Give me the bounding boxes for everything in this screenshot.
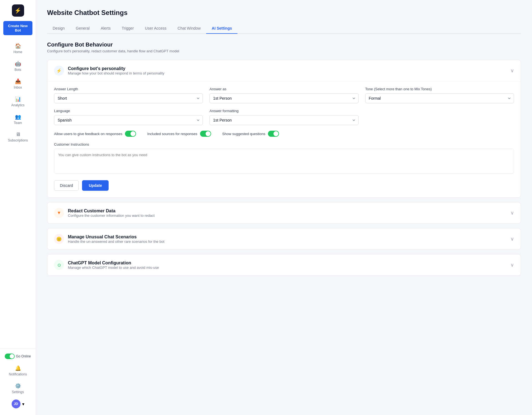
create-new-bot-button[interactable]: Create New Bot bbox=[3, 21, 32, 35]
tab-chat-window[interactable]: Chat Window bbox=[172, 23, 206, 34]
answer-as-group: Answer as 1st Person 3rd Person bbox=[209, 87, 358, 103]
analytics-icon: 📊 bbox=[15, 96, 21, 102]
sidebar-item-subscriptions[interactable]: 🖥 Subscriptions bbox=[0, 128, 36, 146]
logo-text: ⚡ bbox=[14, 7, 21, 14]
tone-select[interactable]: Formal Casual Friendly Professional bbox=[365, 93, 514, 103]
sidebar-item-notifications[interactable]: 🔔 Notifications bbox=[0, 362, 36, 380]
chatgpt-card-header-left: ⊙ ChatGPT Model Configuration Manage whi… bbox=[54, 260, 159, 270]
tab-trigger[interactable]: Trigger bbox=[116, 23, 139, 34]
suggested-toggle-item: Show suggested questions bbox=[222, 131, 279, 137]
go-online-item[interactable]: Go Online bbox=[0, 351, 36, 362]
sidebar-item-label: Subscriptions bbox=[8, 138, 28, 142]
sidebar: ⚡ Create New Bot 🏠 Home 🤖 Bots 📥 Inbox 📊… bbox=[0, 0, 36, 415]
tab-bar: Design General Alerts Trigger User Acces… bbox=[47, 23, 521, 34]
sidebar-item-label: Inbox bbox=[14, 86, 22, 89]
discard-button[interactable]: Discard bbox=[54, 180, 79, 191]
settings-icon: ⚙️ bbox=[15, 383, 21, 389]
inbox-icon: 📥 bbox=[15, 78, 21, 84]
sources-toggle-item: Included sources for responses bbox=[147, 131, 211, 137]
unusual-card-desc: Handle the un-answered and other rare sc… bbox=[68, 239, 164, 244]
tab-user-access[interactable]: User Access bbox=[139, 23, 172, 34]
instructions-label: Customer Instructions bbox=[54, 142, 514, 146]
personality-card-header[interactable]: ⚡ Configure bot's personality Manage how… bbox=[47, 60, 521, 81]
language-group: Language Spanish English French German bbox=[54, 109, 203, 125]
unusual-card-title: Manage Unusual Chat Scenarios bbox=[68, 234, 164, 239]
tab-ai-settings[interactable]: AI Settings bbox=[206, 23, 237, 34]
avatar: JD bbox=[12, 399, 21, 408]
answer-formatting-select[interactable]: 1st Person 3rd Person bbox=[209, 115, 358, 125]
answer-length-select[interactable]: Short Medium Long bbox=[54, 93, 203, 103]
avatar-dropdown-icon: ▾ bbox=[22, 401, 24, 407]
sidebar-item-label: Team bbox=[14, 121, 22, 125]
redact-card-title: Redact Customer Data bbox=[68, 208, 155, 213]
feedback-toggle-item: Allow users to give feedback on response… bbox=[54, 131, 136, 137]
section-subtitle: Configure bot's personality, redact cust… bbox=[47, 49, 521, 53]
sources-toggle-knob bbox=[206, 131, 211, 136]
sidebar-bottom: Go Online 🔔 Notifications ⚙️ Settings JD… bbox=[0, 348, 36, 411]
sidebar-logo: ⚡ bbox=[0, 4, 36, 17]
toggle-knob bbox=[10, 354, 14, 359]
chatgpt-chevron-icon: ∨ bbox=[510, 262, 514, 268]
logo-box: ⚡ bbox=[12, 4, 24, 17]
suggested-toggle-label: Show suggested questions bbox=[222, 132, 265, 136]
sidebar-item-label: Settings bbox=[12, 390, 24, 394]
unusual-card-header-left: 😐 Manage Unusual Chat Scenarios Handle t… bbox=[54, 234, 164, 244]
section-title: Configure Bot Behaviour bbox=[47, 42, 521, 48]
chatgpt-card-header[interactable]: ⊙ ChatGPT Model Configuration Manage whi… bbox=[47, 254, 521, 275]
chatgpt-card: ⊙ ChatGPT Model Configuration Manage whi… bbox=[47, 254, 521, 276]
sidebar-item-label: Analytics bbox=[11, 103, 24, 107]
unusual-icon: 😐 bbox=[54, 234, 64, 244]
update-button[interactable]: Update bbox=[82, 180, 108, 191]
sidebar-item-team[interactable]: 👥 Team bbox=[0, 110, 36, 128]
feedback-toggle[interactable] bbox=[125, 131, 136, 137]
unusual-chevron-icon: ∨ bbox=[510, 236, 514, 242]
answer-as-label: Answer as bbox=[209, 87, 358, 91]
bots-icon: 🤖 bbox=[15, 61, 21, 67]
personality-chevron-icon: ∨ bbox=[510, 68, 514, 74]
notifications-icon: 🔔 bbox=[15, 365, 21, 371]
redact-icon: ▼ bbox=[54, 208, 64, 218]
personality-card: ⚡ Configure bot's personality Manage how… bbox=[47, 60, 521, 198]
btn-row: Discard Update bbox=[54, 180, 514, 191]
personality-card-title: Configure bot's personality bbox=[68, 66, 164, 71]
go-online-toggle[interactable] bbox=[5, 354, 15, 359]
main-content: Website Chatbot Settings Design General … bbox=[36, 0, 532, 415]
sources-toggle[interactable] bbox=[200, 131, 211, 137]
answer-as-select[interactable]: 1st Person 3rd Person bbox=[209, 93, 358, 103]
tab-general[interactable]: General bbox=[70, 23, 95, 34]
instructions-textarea[interactable] bbox=[54, 149, 514, 174]
sidebar-item-label: Notifications bbox=[9, 372, 27, 376]
tab-alerts[interactable]: Alerts bbox=[95, 23, 116, 34]
form-row-2: Language Spanish English French German A… bbox=[54, 109, 514, 125]
sidebar-item-label: Home bbox=[13, 50, 22, 54]
page-title: Website Chatbot Settings bbox=[47, 9, 521, 17]
answer-formatting-label: Answer formatting bbox=[209, 109, 358, 113]
avatar-row[interactable]: JD ▾ bbox=[0, 397, 36, 411]
sidebar-item-inbox[interactable]: 📥 Inbox bbox=[0, 75, 36, 93]
redact-chevron-icon: ∨ bbox=[510, 210, 514, 216]
subscriptions-icon: 🖥 bbox=[16, 132, 21, 137]
personality-card-body: Answer Length Short Medium Long Answer a… bbox=[47, 81, 521, 197]
language-select[interactable]: Spanish English French German bbox=[54, 115, 203, 125]
chatgpt-icon: ⊙ bbox=[54, 260, 64, 270]
go-online-label: Go Online bbox=[16, 354, 31, 358]
team-icon: 👥 bbox=[15, 114, 21, 120]
personality-card-desc: Manage how your bot should respond in te… bbox=[68, 71, 164, 75]
toggles-row: Allow users to give feedback on response… bbox=[54, 131, 514, 137]
sidebar-item-bots[interactable]: 🤖 Bots bbox=[0, 57, 36, 75]
tab-design[interactable]: Design bbox=[47, 23, 70, 34]
answer-length-group: Answer Length Short Medium Long bbox=[54, 87, 203, 103]
feedback-toggle-label: Allow users to give feedback on response… bbox=[54, 132, 122, 136]
sources-toggle-label: Included sources for responses bbox=[147, 132, 197, 136]
redact-card-desc: Configure the customer information you w… bbox=[68, 213, 155, 218]
unusual-card-header[interactable]: 😐 Manage Unusual Chat Scenarios Handle t… bbox=[47, 228, 521, 249]
home-icon: 🏠 bbox=[15, 43, 21, 49]
unusual-card: 😐 Manage Unusual Chat Scenarios Handle t… bbox=[47, 228, 521, 250]
redact-card: ▼ Redact Customer Data Configure the cus… bbox=[47, 202, 521, 224]
sidebar-item-settings[interactable]: ⚙️ Settings bbox=[0, 380, 36, 397]
redact-card-header[interactable]: ▼ Redact Customer Data Configure the cus… bbox=[47, 202, 521, 223]
sidebar-item-analytics[interactable]: 📊 Analytics bbox=[0, 93, 36, 110]
suggested-toggle[interactable] bbox=[268, 131, 279, 137]
sidebar-item-home[interactable]: 🏠 Home bbox=[0, 40, 36, 57]
personality-card-header-left: ⚡ Configure bot's personality Manage how… bbox=[54, 66, 164, 76]
